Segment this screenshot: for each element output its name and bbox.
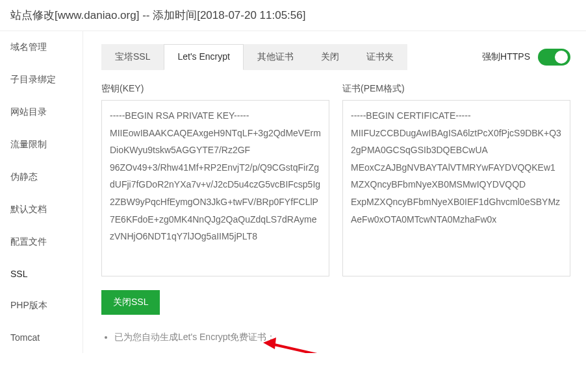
sidebar-item-traffic[interactable]: 流量限制 — [0, 129, 83, 161]
page-title: 站点修改[www.daniao.org] -- 添加时间[2018-07-20 … — [0, 0, 586, 31]
sidebar-item-domain[interactable]: 域名管理 — [0, 31, 83, 64]
sidebar-item-config[interactable]: 配置文件 — [0, 226, 83, 258]
pem-column: 证书(PEM格式) — [342, 83, 570, 278]
sidebar-item-ssl[interactable]: SSL — [0, 258, 83, 289]
ssl-tabs: 宝塔SSL Let's Encrypt 其他证书 关闭 证书夹 — [101, 44, 407, 70]
sidebar-item-rewrite[interactable]: 伪静态 — [0, 161, 83, 193]
svg-line-0 — [272, 344, 317, 353]
force-https-label: 强制HTTPS — [482, 51, 530, 63]
key-textarea[interactable] — [101, 100, 329, 276]
main-panel: 宝塔SSL Let's Encrypt 其他证书 关闭 证书夹 强制HTTPS … — [83, 31, 586, 353]
sidebar-item-tomcat[interactable]: Tomcat — [0, 322, 83, 353]
main-container: 域名管理 子目录绑定 网站目录 流量限制 伪静态 默认文档 配置文件 SSL P… — [0, 31, 586, 353]
cert-row: 密钥(KEY) 证书(PEM格式) — [101, 83, 570, 278]
sidebar: 域名管理 子目录绑定 网站目录 流量限制 伪静态 默认文档 配置文件 SSL P… — [0, 31, 83, 353]
key-column: 密钥(KEY) — [101, 83, 329, 278]
tab-baota-ssl[interactable]: 宝塔SSL — [101, 44, 164, 70]
tab-other-cert[interactable]: 其他证书 — [244, 44, 307, 70]
force-https-group: 强制HTTPS — [482, 49, 570, 66]
pem-label: 证书(PEM格式) — [342, 83, 570, 95]
close-ssl-button[interactable]: 关闭SSL — [101, 290, 160, 315]
force-https-toggle[interactable] — [538, 49, 570, 66]
key-label: 密钥(KEY) — [101, 83, 329, 95]
toggle-knob — [555, 51, 568, 64]
tab-cert-folder[interactable]: 证书夹 — [353, 44, 407, 70]
sidebar-item-default-doc[interactable]: 默认文档 — [0, 193, 83, 226]
sidebar-item-subdir[interactable]: 子目录绑定 — [0, 64, 83, 96]
top-row: 宝塔SSL Let's Encrypt 其他证书 关闭 证书夹 强制HTTPS — [101, 44, 570, 70]
tab-close[interactable]: 关闭 — [307, 44, 353, 70]
info-item: 已为您自动生成Let's Encrypt免费证书； — [114, 332, 570, 343]
pem-textarea[interactable] — [342, 100, 570, 276]
info-list: 已为您自动生成Let's Encrypt免费证书； — [101, 332, 570, 343]
tab-lets-encrypt[interactable]: Let's Encrypt — [164, 44, 244, 70]
sidebar-item-webdir[interactable]: 网站目录 — [0, 96, 83, 129]
sidebar-item-php[interactable]: PHP版本 — [0, 289, 83, 322]
